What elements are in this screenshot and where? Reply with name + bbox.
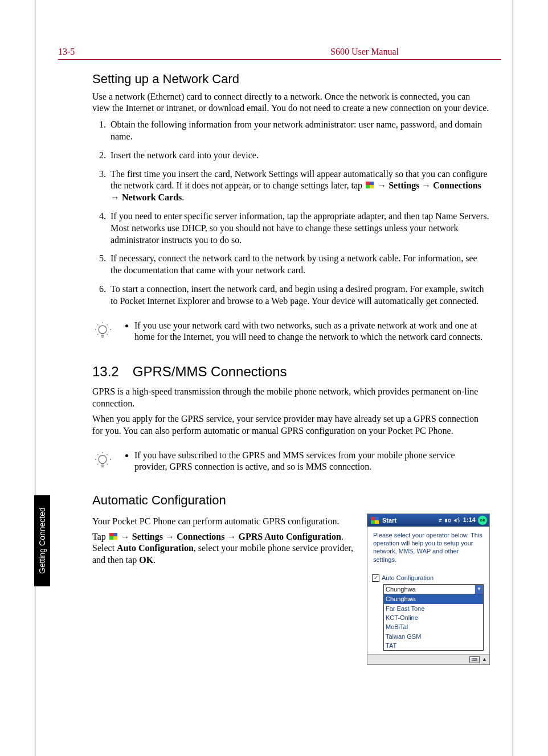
step-4: If you need to enter specific server inf… bbox=[108, 211, 490, 246]
gprs-p2: When you apply for the GPRS service, you… bbox=[92, 413, 490, 437]
autoconf-checkbox-row[interactable]: ✓ Auto Configuration bbox=[372, 574, 484, 582]
windows-flag-icon bbox=[109, 533, 117, 540]
checkbox-icon[interactable]: ✓ bbox=[372, 574, 379, 582]
tip-list-1: If you use your network card with two ne… bbox=[134, 320, 490, 347]
svg-point-0 bbox=[99, 326, 107, 334]
svg-point-1 bbox=[99, 455, 107, 463]
tip-list-2: If you have subscribed to the GPRS and M… bbox=[134, 450, 490, 477]
manual-title: S600 User Manual bbox=[330, 47, 399, 57]
dropdown-option[interactable]: MoBiTal bbox=[384, 622, 483, 631]
windows-flag-icon[interactable] bbox=[371, 517, 379, 524]
step-5: If necessary, connect the network card t… bbox=[108, 253, 490, 277]
chapter-side-tab: Getting Connected bbox=[34, 495, 50, 586]
autoconf-p2: Tap → Settings → Connections → GPRS Auto… bbox=[92, 531, 357, 566]
clock: 1:14 bbox=[463, 516, 476, 524]
keyboard-icon[interactable]: ⌨ bbox=[469, 656, 480, 663]
heading-gprs: 13.2GPRS/MMS Connections bbox=[92, 363, 490, 380]
gprs-p1: GPRS is a high-speed transmission throug… bbox=[92, 386, 490, 410]
autoconf-path: → Settings → Connections → GPRS Auto Con… bbox=[118, 532, 341, 541]
step-1: Obtain the following information from yo… bbox=[108, 119, 490, 143]
autoconf-text-column: Your Pocket PC Phone can perform automat… bbox=[92, 512, 357, 570]
operator-dropdown[interactable]: Chunghwa ▼ Chunghwa Far East Tone KCT-On… bbox=[383, 584, 484, 651]
device-body: Please select your operator below. This … bbox=[367, 527, 489, 655]
autoconf-p2a: Tap bbox=[92, 532, 108, 541]
dropdown-option[interactable]: Chunghwa bbox=[384, 594, 483, 603]
up-arrow-icon[interactable]: ▲ bbox=[482, 656, 487, 663]
device-screenshot: Start ⇄ ▮▯ ◀ᛊ 1:14 ok Please select your… bbox=[367, 513, 490, 665]
tip-block-2: If you have subscribed to the GPRS and M… bbox=[92, 450, 490, 477]
tip-block-1: If you use your network card with two ne… bbox=[92, 320, 490, 347]
page-frame: Getting Connected 13-5 S600 User Manual … bbox=[35, 0, 513, 756]
heading-autoconf: Automatic Configuration bbox=[92, 492, 490, 509]
page-content: Setting up a Network Card Use a network … bbox=[35, 71, 513, 665]
section-title: GPRS/MMS Connections bbox=[133, 364, 287, 379]
ok-button[interactable]: ok bbox=[478, 516, 487, 525]
autoconf-bold2: OK bbox=[139, 555, 153, 565]
status-icons: ⇄ ▮▯ ◀ᛊ bbox=[439, 516, 461, 524]
tip-1-text: If you use your network card with two ne… bbox=[134, 320, 490, 344]
page-header: 13-5 S600 User Manual bbox=[58, 47, 501, 60]
windows-flag-icon bbox=[366, 182, 374, 188]
dropdown-selected[interactable]: Chunghwa ▼ bbox=[384, 585, 483, 594]
autoconf-p1: Your Pocket PC Phone can perform automat… bbox=[92, 516, 357, 528]
dropdown-selected-value: Chunghwa bbox=[386, 585, 416, 593]
autoconf-row: Your Pocket PC Phone can perform automat… bbox=[92, 512, 490, 665]
step-3-text-c: . bbox=[182, 192, 184, 202]
heading-network-card: Setting up a Network Card bbox=[92, 71, 490, 88]
start-label[interactable]: Start bbox=[382, 516, 396, 524]
dropdown-option[interactable]: TAT bbox=[384, 641, 483, 650]
checkbox-label: Auto Configuration bbox=[382, 574, 434, 582]
intro-paragraph: Use a network (Ethernet) card to connect… bbox=[92, 91, 490, 115]
page-number: 13-5 bbox=[58, 47, 75, 57]
autoconf-p2g: . bbox=[153, 555, 156, 565]
step-3: The first time you insert the card, Netw… bbox=[108, 169, 490, 204]
autoconf-bold1: Auto Configuration bbox=[117, 543, 194, 553]
dropdown-list: Chunghwa Far East Tone KCT-Online MoBiTa… bbox=[384, 594, 483, 650]
step-2: Insert the network card into your device… bbox=[108, 150, 490, 162]
chevron-down-icon[interactable]: ▼ bbox=[475, 585, 483, 593]
steps-list: Obtain the following information from yo… bbox=[92, 119, 490, 307]
device-title-bar[interactable]: Start ⇄ ▮▯ ◀ᛊ 1:14 ok bbox=[367, 514, 489, 527]
dropdown-option[interactable]: KCT-Online bbox=[384, 613, 483, 622]
section-number: 13.2 bbox=[92, 364, 119, 379]
device-bottom-bar: ⌨ ▲ bbox=[367, 654, 489, 664]
lightbulb-icon bbox=[92, 450, 113, 470]
device-message: Please select your operator below. This … bbox=[373, 531, 484, 564]
dropdown-option[interactable]: Far East Tone bbox=[384, 604, 483, 613]
lightbulb-icon bbox=[92, 320, 113, 340]
tip-2-text: If you have subscribed to the GPRS and M… bbox=[134, 450, 490, 474]
step-6: To start a connection, insert the networ… bbox=[108, 284, 490, 307]
dropdown-option[interactable]: Taiwan GSM bbox=[384, 632, 483, 641]
